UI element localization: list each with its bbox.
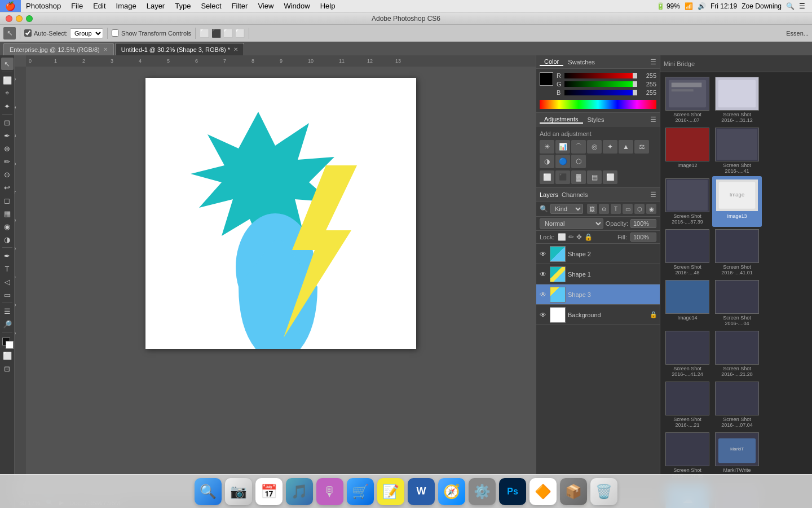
blend-mode-select[interactable]: NormalMultiplyScreen xyxy=(540,218,603,229)
tab-enterprise-close[interactable]: ✕ xyxy=(103,46,108,52)
screen-mode-tool[interactable]: ⊡ xyxy=(1,362,14,375)
adjustment-filter-icon[interactable]: ⊙ xyxy=(599,204,609,214)
auto-select-checkbox[interactable] xyxy=(24,29,32,37)
exposure-adj[interactable]: ◎ xyxy=(587,140,602,154)
minimize-button[interactable] xyxy=(16,15,23,22)
curves-adj[interactable]: ⌒ xyxy=(571,140,586,154)
layer-shape1[interactable]: 👁 Shape 1 xyxy=(536,264,660,284)
menu-layer[interactable]: Layer xyxy=(142,0,170,12)
clone-tool[interactable]: ⊙ xyxy=(1,168,14,181)
text-tool[interactable]: T xyxy=(1,262,14,275)
levels-adj[interactable]: 📊 xyxy=(555,140,570,154)
layers-panel-menu[interactable]: ☰ xyxy=(650,191,656,199)
dock-iphoto[interactable]: 📦 xyxy=(560,478,587,505)
layer-shape3[interactable]: 👁 Shape 3 xyxy=(536,284,660,305)
dock-stickies[interactable]: 📝 xyxy=(377,478,404,505)
fb-item-4[interactable]: Screen Shot2016-....37.39 xyxy=(663,176,712,227)
bw-adj[interactable]: ◑ xyxy=(540,155,554,168)
opacity-value[interactable]: 100% xyxy=(630,219,656,228)
adjustments-tab[interactable]: Adjustments xyxy=(540,116,583,124)
vibrance-adj[interactable]: ✦ xyxy=(603,140,617,154)
channel-mix-adj[interactable]: ⬡ xyxy=(571,155,586,168)
background-color[interactable] xyxy=(6,341,14,349)
menu-photoshop[interactable]: Photoshop xyxy=(21,0,66,12)
dock-appstore[interactable]: 🛒 xyxy=(347,478,374,505)
align-center-icon[interactable]: ⬛ xyxy=(211,29,221,38)
selective-color-adj[interactable]: ⬜ xyxy=(603,170,617,184)
eyedropper-tool[interactable]: ✒ xyxy=(1,129,14,142)
fb-item-10[interactable]: Screen Shot2016-....21 xyxy=(663,379,712,430)
shape-tool[interactable]: ▭ xyxy=(1,288,14,301)
styles-tab[interactable]: Styles xyxy=(583,116,609,123)
fb-item-7[interactable]: Screen Shot2016-....04 xyxy=(712,278,762,329)
menu-filter[interactable]: Filter xyxy=(227,0,253,12)
marquee-tool[interactable]: ⬜ xyxy=(1,74,14,86)
align-right-icon[interactable]: ⬜ xyxy=(223,29,233,38)
quick-select-tool[interactable]: ✦ xyxy=(1,100,14,112)
lock-position-icon[interactable]: ✏ xyxy=(568,233,574,241)
fb-item-2[interactable]: Image12 xyxy=(663,125,712,176)
fb-item-5[interactable]: Screen Shot2016-....48 xyxy=(663,227,712,278)
lock-all-icon[interactable]: 🔒 xyxy=(584,233,593,241)
color-balance-adj[interactable]: ⚖ xyxy=(634,140,649,154)
brightness-adj[interactable]: ☀ xyxy=(540,140,554,154)
menu-icon[interactable]: ☰ xyxy=(799,2,805,10)
crop-tool[interactable]: ⊡ xyxy=(1,116,14,129)
path-tool[interactable]: ◁ xyxy=(1,275,14,288)
dock-itunes[interactable]: 🎵 xyxy=(286,478,313,505)
gradient-tool[interactable]: ▦ xyxy=(1,207,14,220)
menu-window[interactable]: Window xyxy=(279,0,315,12)
menu-image[interactable]: Image xyxy=(111,0,142,12)
layer-shape3-eye[interactable]: 👁 xyxy=(539,291,548,299)
layers-tab[interactable]: Layers xyxy=(540,191,558,198)
posterize-adj[interactable]: ⬛ xyxy=(555,170,570,184)
menu-type[interactable]: Type xyxy=(170,0,196,12)
dock-vlc[interactable]: 🔶 xyxy=(529,478,557,505)
history-tool[interactable]: ↩ xyxy=(1,181,14,194)
fb-item-3[interactable]: Screen Shot2016-....41 xyxy=(712,125,762,176)
search-icon[interactable]: 🔍 xyxy=(786,2,795,10)
canvas-area[interactable]: 0 1 2 3 4 5 6 7 8 9 10 11 12 13 xyxy=(15,55,536,497)
shape-filter-icon[interactable]: ▭ xyxy=(623,204,633,214)
menu-help[interactable]: Help xyxy=(315,0,341,12)
dock-calendar[interactable]: 📅 xyxy=(255,478,283,505)
blur-tool[interactable]: ◉ xyxy=(1,220,14,233)
filter-toggle[interactable]: ◉ xyxy=(646,204,656,214)
layer-shape1-eye[interactable]: 👁 xyxy=(539,270,548,278)
tab-enterprise[interactable]: Enterprise.jpg @ 12.5% (RGB/8) ✕ xyxy=(3,43,114,55)
swatches-tab[interactable]: Swatches xyxy=(563,59,599,65)
fb-item-1[interactable]: Screen Shot2016-....31.12 xyxy=(712,75,762,125)
close-button[interactable] xyxy=(6,15,12,22)
dock-photos[interactable]: 📷 xyxy=(225,478,252,505)
move-tool-icon[interactable]: ↖ xyxy=(3,27,16,40)
canvas-document[interactable] xyxy=(145,78,416,349)
channels-tab[interactable]: Channels xyxy=(562,191,588,198)
type-filter-icon[interactable]: T xyxy=(611,204,621,214)
fb-item-11[interactable]: Screen Shot2016-....07.04 xyxy=(712,379,762,430)
healing-tool[interactable]: ⊕ xyxy=(1,142,14,155)
dock-podcasts[interactable]: 🎙 xyxy=(316,478,343,505)
layer-background-eye[interactable]: 👁 xyxy=(539,311,548,319)
lock-move-icon[interactable]: ✥ xyxy=(576,233,582,241)
auto-select-dropdown[interactable]: GroupLayer xyxy=(70,28,103,38)
gradient-map-adj[interactable]: ▤ xyxy=(587,170,602,184)
eraser-tool[interactable]: ◻ xyxy=(1,194,14,207)
color-panel-menu[interactable]: ☰ xyxy=(650,58,656,66)
adj-panel-menu[interactable]: ☰ xyxy=(650,116,656,124)
dock-safari[interactable]: 🧭 xyxy=(438,478,465,505)
dock-finder[interactable]: 🔍 xyxy=(195,478,222,505)
fb-item-6[interactable]: Screen Shot2016-....41.01 xyxy=(712,227,762,278)
fb-item-9[interactable]: Screen Shot2016-....21.28 xyxy=(712,329,762,379)
tab-untitled-close[interactable]: ✕ xyxy=(233,46,238,52)
hue-sat-adj[interactable]: ▲ xyxy=(619,140,633,154)
layer-shape2-eye[interactable]: 👁 xyxy=(539,250,548,258)
photo-filter-adj[interactable]: 🔵 xyxy=(555,155,570,168)
layer-kind-filter[interactable]: KindNameEffect xyxy=(550,204,583,214)
menu-file[interactable]: File xyxy=(66,0,88,12)
lasso-tool[interactable]: ⌖ xyxy=(1,87,14,99)
dock-systemprefs[interactable]: ⚙️ xyxy=(469,478,496,505)
fb-item-8[interactable]: Screen Shot2016-....41.24 xyxy=(663,329,712,379)
pixel-filter-icon[interactable]: 🖼 xyxy=(587,204,597,214)
fb-item-image14[interactable]: Image14 xyxy=(663,278,712,329)
invert-adj[interactable]: ⬜ xyxy=(540,170,554,184)
